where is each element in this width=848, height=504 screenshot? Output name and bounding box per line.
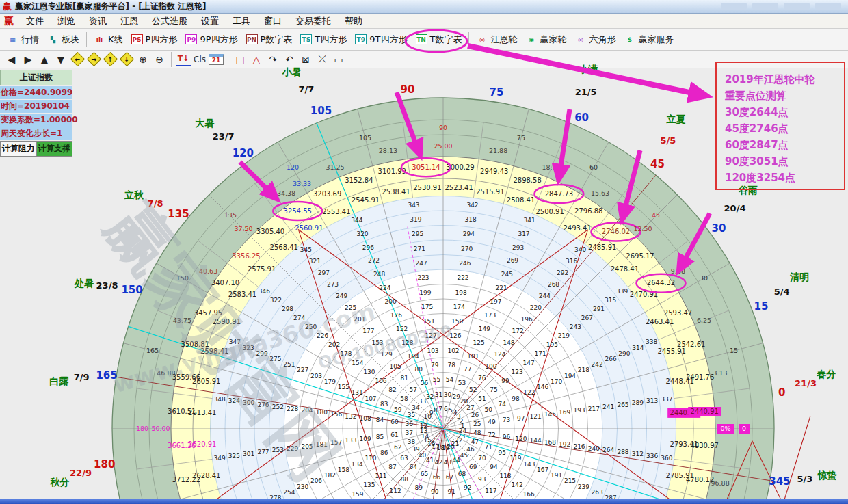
annotation-line-5: 90度3051点 (725, 153, 844, 170)
svg-text:342: 342 (466, 202, 478, 209)
svg-text:43: 43 (444, 459, 451, 466)
svg-text:246: 246 (459, 260, 471, 267)
svg-text:惊蛰: 惊蛰 (817, 470, 837, 481)
svg-text:349: 349 (214, 455, 226, 462)
svg-text:2553.41: 2553.41 (322, 208, 350, 215)
svg-text:32: 32 (426, 393, 434, 400)
svg-text:220: 220 (530, 304, 542, 311)
svg-text:87: 87 (388, 464, 396, 470)
svg-text:202: 202 (328, 341, 340, 348)
svg-text:120: 120 (515, 436, 527, 442)
svg-text:117: 117 (485, 488, 496, 494)
svg-text:239: 239 (578, 483, 589, 490)
svg-text:96: 96 (503, 434, 511, 440)
svg-text:30: 30 (444, 391, 452, 398)
svg-text:216: 216 (573, 443, 585, 450)
svg-text:2568.41: 2568.41 (270, 243, 298, 251)
svg-text:223: 223 (417, 274, 429, 281)
svg-text:46: 46 (466, 446, 475, 453)
svg-text:0: 0 (742, 425, 746, 432)
svg-text:2542.61: 2542.61 (677, 341, 705, 348)
symbol-info-panel: 上证指数 价格=2440.9099时间=20190104变换系数=1.00000… (0, 70, 72, 157)
svg-text:298: 298 (282, 306, 293, 313)
svg-text:159: 159 (352, 491, 363, 498)
svg-text:99: 99 (501, 377, 509, 384)
svg-text:立夏: 立夏 (666, 114, 686, 124)
symbol-name: 上证指数 (0, 70, 72, 85)
svg-text:34: 34 (412, 404, 420, 411)
svg-text:294: 294 (463, 230, 475, 237)
svg-text:312: 312 (632, 451, 644, 457)
svg-text:150: 150 (451, 318, 463, 325)
svg-text:90: 90 (400, 83, 414, 96)
svg-text:193: 193 (573, 407, 585, 414)
svg-text:2455.91: 2455.91 (658, 347, 686, 355)
svg-text:15.63: 15.63 (591, 189, 609, 197)
svg-text:28.13: 28.13 (379, 147, 397, 155)
svg-text:98: 98 (512, 395, 520, 402)
svg-text:2949.43: 2949.43 (480, 168, 508, 175)
calc-support-button[interactable]: 计算支撑 (37, 141, 73, 157)
svg-text:295: 295 (412, 230, 423, 237)
svg-text:44: 44 (452, 457, 460, 464)
svg-text:83: 83 (380, 401, 388, 408)
svg-text:131: 131 (352, 389, 363, 396)
svg-text:30: 30 (700, 274, 708, 282)
svg-text:29: 29 (452, 393, 460, 400)
svg-text:2500.91: 2500.91 (535, 208, 564, 215)
svg-text:2575.91: 2575.91 (248, 265, 276, 273)
svg-text:48: 48 (473, 429, 481, 436)
svg-text:219: 219 (558, 332, 570, 339)
svg-text:147: 147 (523, 360, 535, 367)
svg-text:2478.41: 2478.41 (611, 265, 639, 273)
svg-text:119: 119 (509, 455, 521, 462)
svg-text:165: 165 (146, 347, 159, 354)
svg-text:42: 42 (435, 459, 442, 466)
svg-text:125: 125 (473, 339, 485, 346)
svg-text:224: 224 (379, 284, 390, 291)
svg-text:35: 35 (408, 412, 415, 419)
svg-text:3152.84: 3152.84 (345, 176, 373, 184)
svg-text:51: 51 (478, 395, 486, 402)
annotation-line-6: 120度3254点 (725, 170, 844, 186)
svg-text:31.25: 31.25 (326, 163, 344, 171)
svg-text:88: 88 (400, 476, 408, 483)
svg-text:168: 168 (544, 439, 556, 446)
svg-text:317: 317 (518, 230, 529, 237)
svg-text:267: 267 (581, 315, 593, 321)
svg-text:22/9: 22/9 (70, 468, 92, 478)
svg-text:198: 198 (455, 289, 467, 296)
svg-text:111: 111 (375, 473, 386, 479)
svg-text:171: 171 (535, 350, 546, 357)
svg-text:97: 97 (517, 415, 525, 422)
annotation-line-1: 重要点位测算 (725, 88, 844, 104)
svg-text:191: 191 (551, 472, 562, 479)
svg-text:59: 59 (394, 406, 402, 413)
svg-text:41: 41 (426, 457, 434, 464)
panel-row-1: 时间=20190104 (0, 100, 72, 113)
app-window: 赢 赢家江恩专业版[赢家服务平台] - [上证指数 江恩轮] 赢 文件浏览资讯江… (0, 0, 848, 504)
svg-text:71: 71 (485, 444, 492, 451)
svg-text:291: 291 (593, 306, 605, 313)
calc-resistance-button[interactable]: 计算阻力 (0, 141, 37, 157)
svg-text:0%: 0% (720, 425, 730, 432)
svg-text:2508.41: 2508.41 (507, 196, 535, 204)
svg-text:321: 321 (309, 258, 321, 265)
svg-text:31: 31 (435, 391, 442, 398)
svg-text:105: 105 (310, 105, 332, 117)
svg-text:155: 155 (338, 384, 349, 390)
svg-text:249: 249 (336, 293, 347, 300)
svg-text:101: 101 (467, 353, 479, 360)
svg-text:清明: 清明 (790, 271, 809, 282)
svg-text:81: 81 (400, 375, 408, 382)
svg-text:27: 27 (466, 404, 474, 411)
svg-text:3305.40: 3305.40 (256, 228, 284, 235)
svg-text:345: 345 (769, 475, 790, 488)
svg-text:70: 70 (478, 455, 486, 462)
svg-text:34.38: 34.38 (277, 189, 295, 197)
svg-text:74: 74 (498, 401, 506, 408)
svg-text:215: 215 (564, 477, 576, 484)
svg-text:105: 105 (390, 363, 401, 370)
svg-text:2493.41: 2493.41 (563, 224, 591, 232)
svg-text:79: 79 (431, 362, 439, 369)
